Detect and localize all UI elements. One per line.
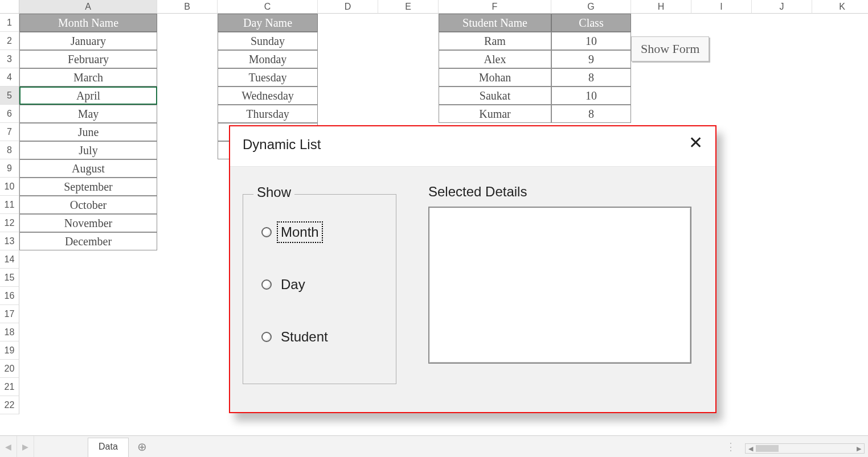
- cell-A12[interactable]: November: [19, 214, 157, 232]
- row-header-6[interactable]: 6: [0, 105, 19, 123]
- radio-label: Month: [279, 223, 321, 241]
- groupbox-legend: Show: [253, 184, 294, 200]
- cell-G2[interactable]: 10: [551, 32, 631, 50]
- radio-month[interactable]: Month: [261, 223, 321, 241]
- cell-A11[interactable]: October: [19, 196, 157, 214]
- cell-C5[interactable]: Wednesday: [218, 87, 318, 105]
- column-header-J[interactable]: J: [752, 0, 812, 14]
- radio-label: Day: [279, 275, 308, 294]
- cell-G6[interactable]: 8: [551, 105, 631, 123]
- row-header-2[interactable]: 2: [0, 32, 19, 50]
- close-icon[interactable]: ✕: [689, 134, 703, 151]
- row-header-15[interactable]: 15: [0, 269, 19, 287]
- row-header-8[interactable]: 8: [0, 141, 19, 159]
- cell-A9[interactable]: August: [19, 159, 157, 178]
- column-header-F[interactable]: F: [439, 0, 551, 14]
- row-header-12[interactable]: 12: [0, 214, 19, 232]
- cell-A13[interactable]: December: [19, 232, 157, 250]
- cell-A1-months-header[interactable]: Month Name: [19, 14, 157, 32]
- column-header-C[interactable]: C: [218, 0, 318, 14]
- radio-label: Student: [279, 328, 330, 346]
- cell-G3[interactable]: 9: [551, 50, 631, 68]
- column-header-K[interactable]: K: [812, 0, 868, 14]
- row-header-3[interactable]: 3: [0, 50, 19, 68]
- scroll-right-icon[interactable]: ▶: [854, 444, 864, 453]
- radio-icon: [261, 279, 272, 290]
- cell-A4[interactable]: March: [19, 68, 157, 87]
- dialog-body: Show MonthDayStudent Selected Details: [230, 166, 715, 412]
- cell-F5[interactable]: Saukat: [439, 87, 551, 105]
- cell-A7[interactable]: June: [19, 123, 157, 141]
- row-headers: 12345678910111213141516171819202122: [0, 14, 19, 414]
- radio-icon: [261, 227, 272, 237]
- cell-G5[interactable]: 10: [551, 87, 631, 105]
- row-header-21[interactable]: 21: [0, 378, 19, 396]
- selected-details-label: Selected Details: [428, 184, 527, 200]
- cell-A10[interactable]: September: [19, 178, 157, 196]
- show-form-button[interactable]: Show Form: [631, 36, 709, 61]
- column-header-B[interactable]: B: [157, 0, 218, 14]
- cell-G4[interactable]: 8: [551, 68, 631, 87]
- row-header-22[interactable]: 22: [0, 396, 19, 414]
- cell-A3[interactable]: February: [19, 50, 157, 68]
- cell-C2[interactable]: Sunday: [218, 32, 318, 50]
- radio-student[interactable]: Student: [261, 328, 330, 346]
- cell-F3[interactable]: Alex: [439, 50, 551, 68]
- row-header-13[interactable]: 13: [0, 232, 19, 250]
- cell-C1-days-header[interactable]: Day Name: [218, 14, 318, 32]
- row-header-4[interactable]: 4: [0, 68, 19, 87]
- row-header-1[interactable]: 1: [0, 14, 19, 32]
- cell-A2[interactable]: January: [19, 32, 157, 50]
- row-header-7[interactable]: 7: [0, 123, 19, 141]
- row-header-18[interactable]: 18: [0, 323, 19, 341]
- tab-overflow-icon[interactable]: ⋮: [726, 436, 737, 457]
- cell-F1-student-header[interactable]: Student Name: [439, 14, 551, 32]
- cell-A6[interactable]: May: [19, 105, 157, 123]
- horizontal-scrollbar[interactable]: ◀ ▶: [745, 443, 865, 454]
- cell-A5[interactable]: April: [19, 87, 157, 105]
- sheet-tab-data[interactable]: Data: [88, 438, 129, 457]
- dynamic-list-dialog: Dynamic List ✕ Show MonthDayStudent Sele…: [229, 125, 716, 413]
- column-header-H[interactable]: H: [631, 0, 691, 14]
- cell-F2[interactable]: Ram: [439, 32, 551, 50]
- column-header-I[interactable]: I: [691, 0, 752, 14]
- tab-nav-next-icon[interactable]: ▶: [17, 436, 34, 457]
- row-header-14[interactable]: 14: [0, 250, 19, 269]
- tab-nav-prev-icon[interactable]: ◀: [0, 436, 17, 457]
- cell-F6[interactable]: Kumar: [439, 105, 551, 123]
- show-groupbox: Show MonthDayStudent: [243, 194, 396, 384]
- column-header-E[interactable]: E: [378, 0, 439, 14]
- dialog-title: Dynamic List: [243, 137, 321, 153]
- radio-icon: [261, 332, 272, 342]
- add-sheet-icon[interactable]: ⊕: [132, 436, 153, 457]
- select-all-corner[interactable]: [0, 0, 19, 14]
- row-header-10[interactable]: 10: [0, 178, 19, 196]
- scroll-track[interactable]: [756, 444, 854, 453]
- scroll-thumb[interactable]: [756, 445, 779, 452]
- cell-A8[interactable]: July: [19, 141, 157, 159]
- column-header-G[interactable]: G: [551, 0, 631, 14]
- cell-F4[interactable]: Mohan: [439, 68, 551, 87]
- cell-G1-class-header[interactable]: Class: [551, 14, 631, 32]
- column-header-A[interactable]: A: [19, 0, 157, 14]
- spreadsheet-grid: ABCDEFGHIJK 1234567891011121314151617181…: [0, 0, 868, 430]
- row-header-17[interactable]: 17: [0, 305, 19, 323]
- row-header-20[interactable]: 20: [0, 360, 19, 378]
- radio-day[interactable]: Day: [261, 275, 308, 294]
- cell-C4[interactable]: Tuesday: [218, 68, 318, 87]
- row-header-11[interactable]: 11: [0, 196, 19, 214]
- sheet-tabs-bar: ◀ ▶ Data ⊕ ⋮: [0, 435, 868, 457]
- selected-details-listbox[interactable]: [428, 207, 691, 364]
- cell-C3[interactable]: Monday: [218, 50, 318, 68]
- row-header-16[interactable]: 16: [0, 287, 19, 305]
- row-header-9[interactable]: 9: [0, 159, 19, 178]
- row-header-19[interactable]: 19: [0, 341, 19, 360]
- scroll-left-icon[interactable]: ◀: [746, 444, 756, 453]
- row-header-5[interactable]: 5: [0, 87, 19, 105]
- column-headers: ABCDEFGHIJK: [0, 0, 868, 14]
- column-header-D[interactable]: D: [318, 0, 378, 14]
- cell-C6[interactable]: Thursday: [218, 105, 318, 123]
